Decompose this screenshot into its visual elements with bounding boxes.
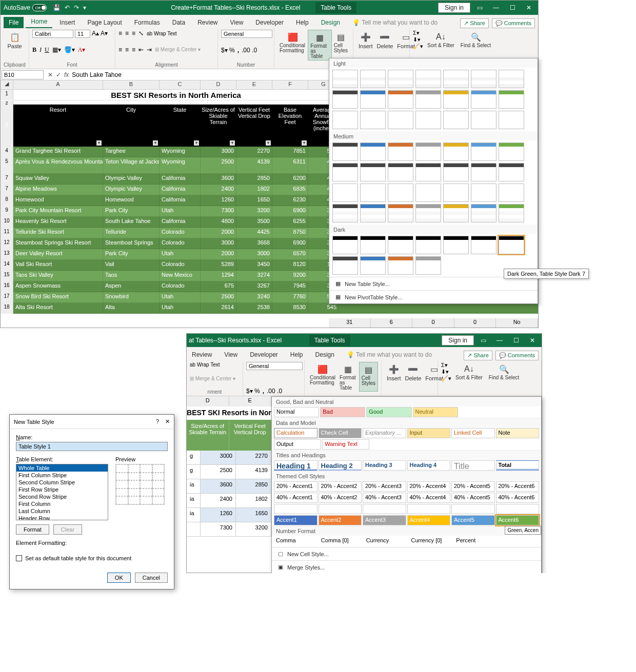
share-button[interactable]: ↗ Share [460, 18, 488, 28]
table-style-swatch[interactable] [415, 204, 441, 222]
style-accent[interactable]: 20% - Accent1 [274, 481, 317, 492]
style-heading3[interactable]: Heading 3 [363, 460, 406, 471]
col-header[interactable]: C [160, 80, 201, 89]
table-style-swatch[interactable] [499, 163, 524, 181]
ribbon-options-icon[interactable]: ▭ [476, 337, 490, 344]
indent-inc-icon[interactable]: ⇥ [147, 46, 152, 53]
name-box[interactable] [2, 70, 44, 79]
tab-developer[interactable]: Developer [250, 17, 289, 28]
paste-button[interactable]: 📋Paste [4, 30, 26, 50]
table-style-swatch[interactable] [415, 236, 441, 254]
font-color-button[interactable]: A▾ [78, 46, 86, 54]
set-default-checkbox[interactable]: Set as default table style for this docu… [16, 555, 168, 561]
table-style-swatch[interactable] [471, 204, 496, 222]
style-comma0[interactable]: Comma [0] [319, 536, 363, 546]
signin-button[interactable]: Sign in [438, 3, 470, 13]
style-normal[interactable]: Normal [274, 407, 319, 417]
table-style-swatch[interactable] [471, 111, 496, 129]
table-style-swatch[interactable] [332, 90, 358, 109]
list-item[interactable]: Last Column [16, 507, 108, 515]
close-icon[interactable]: ✕ [165, 418, 170, 424]
conditional-formatting-button[interactable]: 🟥Conditional Formatting [277, 30, 308, 60]
table-style-swatch[interactable] [471, 236, 496, 254]
style-accent[interactable]: 40% - Accent3 [363, 493, 406, 503]
style-accent[interactable]: 60% - Accent3 [363, 504, 406, 514]
style-accent[interactable]: Accent4 [407, 515, 451, 525]
table-style-swatch[interactable] [360, 111, 386, 129]
table-style-swatch[interactable] [360, 70, 386, 88]
cancel-button[interactable]: Cancel [135, 573, 168, 573]
align-bot-icon[interactable]: ≡ [132, 30, 135, 37]
sort-filter-button[interactable]: A↓Sort & Filter [453, 362, 485, 382]
cancel-formula-icon[interactable]: ✕ [48, 71, 53, 78]
clear-button[interactable]: Clear [53, 524, 82, 535]
table-style-swatch[interactable] [388, 184, 413, 202]
style-accent[interactable]: Accent5 [451, 515, 495, 525]
table-style-swatch[interactable] [360, 163, 386, 181]
table-style-swatch[interactable] [415, 184, 441, 202]
list-item[interactable]: Second Row Stripe [16, 493, 108, 500]
table-style-swatch[interactable] [471, 163, 496, 181]
maximize-icon[interactable]: ☐ [509, 337, 523, 344]
style-accent[interactable]: 60% - Accent5 [451, 504, 495, 514]
find-select-button[interactable]: 🔍Find & Select [459, 30, 493, 50]
row-header[interactable]: 1 [1, 90, 13, 100]
font-size-dropdown[interactable]: 11 [75, 30, 90, 38]
enter-formula-icon[interactable]: ✓ [56, 71, 61, 78]
bold-button[interactable]: B [32, 46, 36, 54]
share-button[interactable]: ↗ Share [464, 351, 492, 360]
tell-me-search[interactable]: Tell me what you want to do [362, 19, 438, 26]
row-header[interactable]: 9 [1, 206, 13, 217]
style-accent[interactable]: 60% - Accent1 [274, 504, 317, 514]
table-style-swatch[interactable] [360, 204, 386, 222]
style-good[interactable]: Good [366, 407, 411, 417]
comments-button[interactable]: 💬 Comments [495, 351, 539, 360]
col-header[interactable]: E [236, 80, 272, 89]
style-percent[interactable]: Percent [454, 536, 498, 546]
wrap-text-button[interactable]: Wrap Text [154, 31, 177, 36]
table-style-swatch[interactable] [443, 142, 469, 161]
style-bad[interactable]: Bad [320, 407, 365, 417]
style-total[interactable]: Total [496, 460, 540, 471]
fill-color-button[interactable]: 🪣▾ [64, 46, 75, 54]
col-header[interactable]: D [187, 396, 229, 406]
qat-more-icon[interactable]: ▾ [83, 4, 86, 11]
style-title[interactable]: Title [451, 460, 495, 471]
align-left-icon[interactable]: ≡ [118, 46, 122, 53]
col-header[interactable]: F [272, 80, 308, 89]
table-style-swatch[interactable] [499, 184, 524, 202]
table-style-swatch[interactable] [471, 142, 496, 161]
style-accent[interactable]: Accent3 [363, 515, 406, 525]
style-accent[interactable]: 20% - Accent5 [451, 481, 495, 492]
style-heading1[interactable]: Heading 1 [274, 460, 317, 471]
table-style-swatch[interactable] [499, 142, 524, 161]
title-cell[interactable]: BEST SKI Resorts in North America [13, 90, 339, 100]
row-header[interactable]: 7 [1, 174, 13, 185]
italic-button[interactable]: I [39, 46, 42, 54]
align-center-icon[interactable]: ≡ [125, 46, 129, 53]
title-cell[interactable]: BEST SKI Resorts in Nor [187, 406, 271, 420]
table-style-swatch[interactable] [499, 236, 524, 254]
tab-file[interactable]: File [4, 17, 24, 28]
maximize-icon[interactable]: ☐ [505, 4, 520, 11]
filter-dropdown-icon[interactable]: ▾ [96, 140, 102, 146]
autosave-toggle[interactable]: Off [32, 4, 47, 11]
row-header[interactable]: 4 [1, 147, 13, 157]
format-as-table-button[interactable]: ▦Format as Table [308, 30, 331, 60]
new-cell-style-item[interactable]: ▢New Cell Style... [272, 547, 541, 560]
table-style-swatch[interactable] [499, 204, 524, 222]
formula-text[interactable]: South Lake Tahoe [72, 71, 122, 78]
style-accent[interactable]: Accent6 [496, 515, 540, 525]
cell-styles-button[interactable]: ▤Cell Styles [332, 30, 350, 60]
table-style-swatch[interactable] [388, 111, 413, 129]
row-header[interactable]: 14 [1, 260, 13, 271]
tab-home[interactable]: Home [26, 16, 52, 28]
table-style-swatch[interactable] [443, 236, 469, 254]
style-accent[interactable]: 60% - Accent6 [496, 504, 540, 514]
style-explanatory[interactable]: Explanatory ... [363, 428, 406, 438]
list-item[interactable]: First Column Stripe [16, 472, 108, 479]
table-style-swatch[interactable] [388, 142, 413, 161]
align-top-icon[interactable]: ≡ [118, 30, 122, 37]
orientation-icon[interactable]: ⤡ [138, 30, 144, 37]
row-header[interactable]: 10 [1, 217, 13, 228]
